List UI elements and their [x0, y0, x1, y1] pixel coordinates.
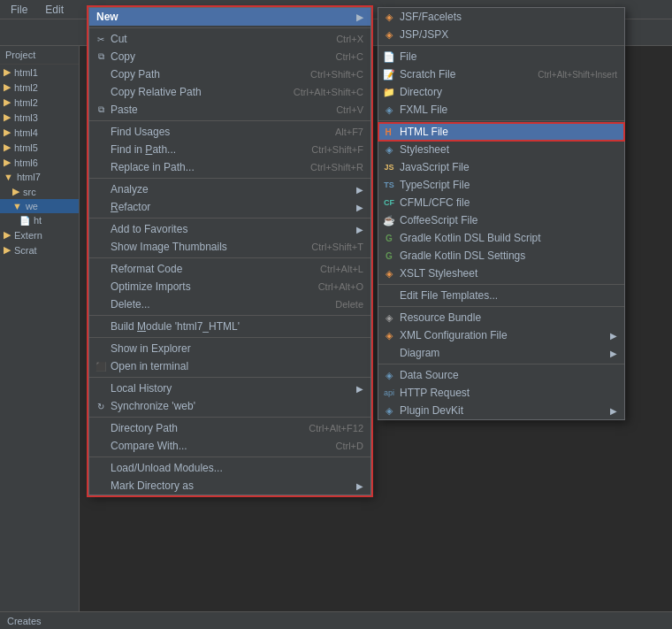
submenu-item-gradle-build[interactable]: G Gradle Kotlin DSL Build Script [378, 229, 624, 247]
find-path-icon [94, 142, 108, 157]
submenu-item-gradle-settings[interactable]: G Gradle Kotlin DSL Settings [378, 247, 624, 265]
menu-item-local-history[interactable]: Local History ▶ [89, 380, 370, 397]
menu-item-analyze[interactable]: Analyze ▶ [89, 180, 370, 198]
submenu-item-cfml[interactable]: CF CFML/CFC file [378, 194, 624, 211]
menu-item-reformat[interactable]: Reformat Code Ctrl+Alt+L [89, 260, 370, 278]
menu-item-load-unload[interactable]: Load/Unload Modules... [89, 459, 370, 477]
directory-label: Directory [400, 86, 442, 98]
gradle-build-label: Gradle Kotlin DSL Build Script [400, 232, 541, 244]
submenu-item-stylesheet[interactable]: ◈ Stylesheet [378, 141, 624, 158]
sidebar-item-src[interactable]: ▶ src [0, 184, 79, 199]
sync-icon: ↻ [94, 399, 108, 413]
scratch-shortcut: Ctrl+Alt+Shift+Insert [538, 70, 617, 80]
menu-item-replace-path[interactable]: Replace in Path... Ctrl+Shift+R [89, 158, 370, 176]
sidebar-item-html3[interactable]: ▶ html3 [0, 110, 79, 125]
submenu-item-jsp[interactable]: ◈ JSP/JSPX [378, 26, 624, 43]
gradle-settings-label: Gradle Kotlin DSL Settings [400, 249, 525, 262]
coffee-icon: ☕ [382, 213, 396, 227]
menu-item-cut[interactable]: ✂ Cut Ctrl+X [89, 30, 370, 48]
menu-edit[interactable]: Edit [42, 2, 67, 18]
sidebar-item-html6[interactable]: ▶ html6 [0, 155, 79, 170]
sidebar-item-html7[interactable]: ▼ html7 [0, 170, 79, 184]
folder-icon: ▶ [4, 66, 11, 78]
cut-icon: ✂ [94, 32, 108, 46]
menu-item-favorites[interactable]: Add to Favorites ▶ [89, 220, 370, 238]
cfml-label: CFML/CFC file [400, 196, 470, 209]
coffee-label: CoffeeScript File [400, 214, 477, 226]
sidebar-item-extern[interactable]: ▶ Extern [0, 227, 79, 242]
folder-icon: ▼ [4, 172, 13, 182]
menu-file[interactable]: File [7, 2, 31, 18]
thumbnails-shortcut: Ctrl+Shift+T [311, 242, 363, 252]
submenu-item-http[interactable]: api HTTP Request [378, 384, 624, 402]
menu-item-copy-path[interactable]: Copy Path Ctrl+Shift+C [89, 65, 370, 83]
menu-item-find-path[interactable]: Find in Path... Ctrl+Shift+F [89, 141, 370, 158]
mark-arrow: ▶ [356, 481, 363, 491]
optimize-label: Optimize Imports [111, 280, 301, 293]
menu-item-paste[interactable]: ⧉ Paste Ctrl+V [89, 101, 370, 119]
find-path-shortcut: Ctrl+Shift+F [311, 144, 363, 155]
menu-item-optimize[interactable]: Optimize Imports Ctrl+Alt+O [89, 278, 370, 295]
cfml-icon: CF [382, 196, 396, 210]
sidebar-item-web[interactable]: ▼ we [0, 199, 79, 213]
scratch-label: Scratch File [400, 68, 455, 81]
separator-10 [89, 456, 370, 457]
submenu-item-xml-config[interactable]: ◈ XML Configuration File ▶ [378, 326, 624, 344]
folder-icon: ▶ [4, 96, 11, 108]
submenu-item-xslt[interactable]: ◈ XSLT Stylesheet [378, 265, 624, 282]
submenu-item-scratch[interactable]: 📝 Scratch File Ctrl+Alt+Shift+Insert [378, 65, 624, 83]
menu-item-thumbnails[interactable]: Show Image Thumbnails Ctrl+Shift+T [89, 238, 370, 256]
submenu-item-edit-templates[interactable]: Edit File Templates... [378, 287, 624, 304]
menu-item-refactor[interactable]: Refactor ▶ [89, 198, 370, 216]
menu-item-copy-relative[interactable]: Copy Relative Path Ctrl+Alt+Shift+C [89, 83, 370, 101]
sidebar-item-html2[interactable]: ▶ html2 [0, 80, 79, 95]
sidebar-item-html4[interactable]: ▶ html4 [0, 125, 79, 140]
http-icon: api [382, 386, 396, 400]
menu-item-copy[interactable]: ⧉ Copy Ctrl+C [89, 48, 370, 65]
fxml-icon: ◈ [382, 103, 396, 117]
datasource-icon: ◈ [382, 368, 396, 382]
submenu-item-coffee[interactable]: ☕ CoffeeScript File [378, 211, 624, 229]
sidebar-item-html2b[interactable]: ▶ html2 [0, 95, 79, 110]
submenu-item-resource[interactable]: ◈ Resource Bundle [378, 309, 624, 326]
optimize-icon [94, 280, 108, 294]
refactor-icon [94, 200, 108, 214]
submenu-item-ts[interactable]: TS TypeScript File [378, 176, 624, 194]
sidebar-item-html5[interactable]: ▶ html5 [0, 140, 79, 155]
menu-item-show-explorer[interactable]: Show in Explorer [89, 340, 370, 357]
compare-label: Compare With... [111, 440, 318, 452]
menu-item-new[interactable]: New ▶ [89, 8, 370, 26]
separator-2 [89, 120, 370, 121]
menu-item-mark-dir[interactable]: Mark Directory as ▶ [89, 477, 370, 495]
separator-sub-3 [378, 284, 624, 285]
submenu-item-js[interactable]: JS JavaScript File [378, 158, 624, 176]
menu-item-build[interactable]: Build Module 'html7_HTML' [89, 318, 370, 335]
menu-item-delete[interactable]: Delete... Delete [89, 295, 370, 313]
jsf-label: JSF/Facelets [400, 11, 462, 23]
menu-item-open-terminal[interactable]: ⬛ Open in terminal [89, 357, 370, 375]
menu-item-find-usages[interactable]: Find Usages Alt+F7 [89, 123, 370, 141]
replace-path-label: Replace in Path... [111, 161, 293, 173]
menu-item-compare[interactable]: Compare With... Ctrl+D [89, 437, 370, 455]
delete-icon [94, 297, 108, 311]
submenu-item-datasource[interactable]: ◈ Data Source [378, 366, 624, 384]
sidebar-item-scratch[interactable]: ▶ Scrat [0, 242, 79, 257]
submenu-item-html[interactable]: H HTML File [378, 123, 624, 141]
separator-6 [89, 315, 370, 316]
submenu-item-file[interactable]: 📄 File [378, 48, 624, 65]
sidebar-item-ht[interactable]: 📄 ht [0, 213, 79, 227]
submenu-item-plugin[interactable]: ◈ Plugin DevKit ▶ [378, 402, 624, 419]
submenu-item-diagram[interactable]: Diagram ▶ [378, 344, 624, 362]
submenu-item-jsf[interactable]: ◈ JSF/Facelets [378, 8, 624, 26]
menu-item-directory-path[interactable]: Directory Path Ctrl+Alt+F12 [89, 419, 370, 437]
replace-path-icon [94, 160, 108, 174]
explorer-icon [94, 341, 108, 356]
folder-icon: ▶ [4, 244, 11, 256]
submenu-item-directory[interactable]: 📁 Directory [378, 83, 624, 101]
sidebar-item-html1[interactable]: ▶ html1 [0, 65, 79, 80]
refactor-arrow: ▶ [356, 203, 363, 212]
xslt-label: XSLT Stylesheet [400, 267, 477, 280]
submenu-item-fxml[interactable]: ◈ FXML File [378, 101, 624, 119]
load-icon [94, 461, 108, 475]
menu-item-synchronize[interactable]: ↻ Synchronize 'web' [89, 397, 370, 415]
